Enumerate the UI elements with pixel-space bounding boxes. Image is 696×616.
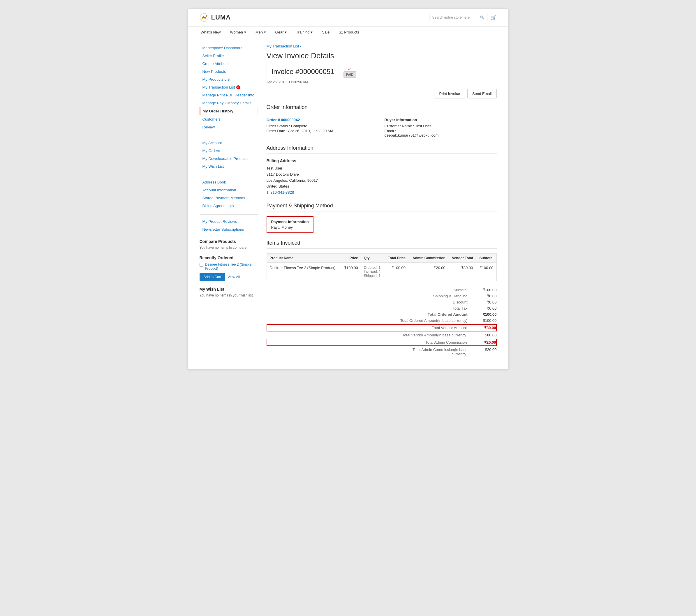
sidebar-item-create-attribute[interactable]: Create Attribute [200,60,258,68]
main-content: Marketplace Dashboard Seller Profile Cre… [188,38,508,369]
sidebar-item-manage-print[interactable]: Manage Print PDF Header Info [200,91,258,99]
order-info-grid: Order # 000000042 Order Status : Complet… [267,118,497,138]
logo-area: LUMA [200,13,231,22]
print-invoice-button[interactable]: Print Invoice [434,89,465,98]
admin-commission-label: Total Admin Commission [397,340,473,344]
search-icon[interactable]: 🔍 [480,15,484,19]
ordered-amount-value: ₹100.00 [473,312,497,317]
nav-item-sale[interactable]: Sale [321,27,331,38]
page-title: View Invoice Details [267,51,497,60]
admin-commission-value: ₹20.00 [473,340,496,344]
ordered-base-value: $100.00 [473,318,497,323]
sidebar-item-billing-agreements[interactable]: Billing Agreements [200,202,258,210]
compare-text: You have no items to compare. [200,245,258,249]
total-row-vendor-amount: Total Vendor Amount ₹80.00 [267,324,497,331]
vendor-amount-label: Total Vendor Amount [397,326,473,330]
total-row-tax: Total Tax ₹0.00 [267,305,497,311]
total-row-discount: Discount ₹0.00 [267,299,497,305]
customer-email: Email : deepak.kumar751@webkul.com [384,129,497,137]
sidebar-item-my-transaction-list[interactable]: My Transaction List 0 [200,83,258,91]
total-row-admin-commission: Total Admin Commission ₹20.00 [267,339,497,346]
sidebar-item-my-order-history[interactable]: My Order History [200,107,258,115]
recently-ordered-buttons: Add to Cart View All [200,273,258,281]
sidebar-item-address-book[interactable]: Address Book [200,178,258,186]
sidebar-item-customers[interactable]: Customers [200,115,258,123]
payment-method: PayU Money [271,225,309,229]
recently-ordered-title: Recently Ordered [200,256,258,260]
shipping-value: ₹0.00 [473,294,497,298]
nav-item-gear[interactable]: Gear ▾ [274,27,288,38]
qty-cell: Ordered: 1Invoiced: 1Shipped: 1 [361,262,384,281]
vendor-base-label: Total Vendor Amount(in base currency) [398,333,473,337]
admin-base-value: $20.00 [473,347,497,356]
nav-item-whats-new[interactable]: What's New [200,27,222,38]
ordered-amount-label: Total Ordered Amount [398,312,473,317]
sidebar-item-my-downloadable[interactable]: My Downloadable Products [200,155,258,163]
content-area: My Transaction List / View Invoice Detai… [267,44,497,357]
sidebar-item-my-wish-list[interactable]: My Wish List [200,163,258,171]
sidebar-item-manage-payu[interactable]: Manage PayU Money Details [200,99,258,107]
nav-bar: What's New Women ▾ Men ▾ Gear ▾ Training… [188,27,508,38]
sidebar-item-seller-profile[interactable]: Seller Profile [200,52,258,60]
sidebar-item-review[interactable]: Review [200,123,258,131]
wishlist-text: You have no items in your wish list. [200,293,258,297]
paid-badge: PAID [344,71,356,78]
sidebar-item-my-account[interactable]: My Account [200,139,258,147]
breadcrumb-link[interactable]: My Transaction List / [267,44,301,48]
order-date: Order Date : Apr 26, 2019, 11:23:20 AM [267,129,379,133]
discount-label: Discount [398,300,473,304]
transaction-badge: 0 [236,85,240,90]
nav-item-training[interactable]: Training ▾ [295,27,314,38]
nav-item-women[interactable]: Women ▾ [229,27,247,38]
search-box[interactable]: Search entire store here . 🔍 [429,14,487,21]
total-row-vendor-base: Total Vendor Amount(in base currency) $8… [267,332,497,338]
payment-info-title: Payment Information [271,220,309,224]
invoice-number: Invoice #000000051 [267,65,339,78]
header: LUMA Search entire store here . 🔍 🛒 [188,9,508,27]
total-row-shipping: Shipping & Handling ₹0.00 [267,293,497,299]
sidebar-account-section2: Address Book Account Information Stored … [200,178,258,210]
vendor-total-cell: ₹80.00 [448,262,476,281]
sidebar-item-my-orders[interactable]: My Orders [200,147,258,155]
nav-item-1-products[interactable]: $1 Products [338,27,360,38]
view-all-button[interactable]: View All [227,273,240,281]
sidebar-marketplace-section: Marketplace Dashboard Seller Profile Cre… [200,44,258,131]
sidebar-item-new-products[interactable]: New Products [200,68,258,76]
payment-section: Payment Information PayU Money [267,216,497,233]
col-subtotal: Subtotal [476,254,496,262]
recently-ordered-item-name[interactable]: Desiree Fitness Tee 2 (Simple Product) [205,262,258,271]
sidebar-item-product-reviews[interactable]: My Product Reviews [200,217,258,225]
add-to-cart-button[interactable]: Add to Cart [200,273,225,281]
price-cell: ₹100.00 [341,262,361,281]
payment-box: Payment Information PayU Money [267,216,314,233]
order-info-title: Order Information [267,104,497,113]
sidebar-account-section3: My Product Reviews Newsletter Subscripti… [200,217,258,233]
ordered-base-label: Total Ordered Amount(in base currency) [398,318,473,323]
luma-logo-icon [200,13,209,22]
recently-ordered-section: Recently Ordered Desiree Fitness Tee 2 (… [200,256,258,281]
col-qty: Qty [361,254,384,262]
sidebar-item-marketplace-dashboard[interactable]: Marketplace Dashboard [200,44,258,52]
recently-ordered-checkbox[interactable] [200,263,203,267]
shipping-label: Shipping & Handling [398,294,473,298]
invoice-header-row: Invoice #000000051 ↙ PAID [267,65,497,78]
sidebar-item-newsletter[interactable]: Newsletter Subscriptions [200,225,258,233]
order-details-left: Order # 000000042 Order Status : Complet… [267,118,379,138]
subtotal-label: Subtotal [398,288,473,292]
nav-item-men[interactable]: Men ▾ [254,27,267,38]
order-status: Order Status : Complete [267,124,379,128]
send-email-button[interactable]: Send Email [467,89,496,98]
product-name-cell: Desiree Fitness Tee 2 (Simple Product) [267,262,341,281]
order-number-link[interactable]: Order # 000000042 [267,118,300,122]
sidebar-item-my-products-list[interactable]: My Products List [200,76,258,83]
sidebar-item-stored-payment[interactable]: Stored Payment Methods [200,194,258,202]
action-buttons: Print Invoice Send Email [267,89,497,98]
cart-icon[interactable]: 🛒 [490,14,497,21]
breadcrumb: My Transaction List / [267,44,497,48]
search-placeholder: Search entire store here . [432,15,472,19]
sidebar: Marketplace Dashboard Seller Profile Cre… [200,44,258,357]
address-info-title: Address Information [267,145,497,154]
buyer-title: Buyer Information [384,118,497,122]
phone-link[interactable]: T: 310-341-3828 [267,190,294,195]
sidebar-item-account-info[interactable]: Account Information [200,186,258,194]
